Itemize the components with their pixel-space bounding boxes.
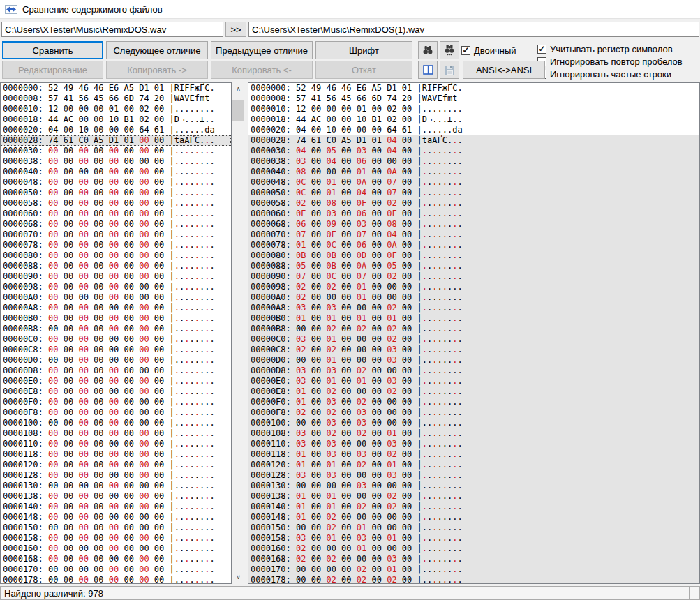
hex-row[interactable]: 00000A0: 00 00 00 00 00 00 00 00 |......… [1, 292, 231, 303]
undo-button[interactable]: Откат [315, 61, 412, 79]
hex-row[interactable]: 0000008: 57 41 56 45 66 6D 74 20 |WAVEfm… [1, 93, 231, 104]
hex-row[interactable]: 0000030: 00 00 00 00 00 00 00 00 |......… [1, 146, 231, 156]
hex-row[interactable]: 0000058: 00 00 00 00 00 00 00 00 |......… [1, 198, 231, 209]
hex-row[interactable]: 0000128: 00 00 00 00 00 00 00 00 |......… [1, 470, 231, 481]
hex-row[interactable]: 0000078: 00 00 00 00 00 00 00 00 |......… [1, 240, 231, 250]
hex-row[interactable]: 0000018: 44 AC 00 00 10 B1 02 00 |D¬...±… [248, 114, 699, 125]
hex-row[interactable]: 0000090: 07 00 0C 00 07 00 02 00 |......… [248, 271, 699, 282]
hex-row[interactable]: 00000C8: 00 00 00 00 00 00 00 00 |......… [1, 345, 231, 355]
case-sensitive-checkbox-box[interactable]: ✓ [537, 45, 546, 54]
hex-row[interactable]: 0000098: 00 00 00 00 00 00 00 00 |......… [1, 282, 231, 292]
hex-row[interactable]: 0000080: 0B 00 0B 00 0D 00 0F 00 |......… [248, 250, 699, 261]
hex-row[interactable]: 0000060: 00 00 00 00 00 00 00 00 |......… [1, 209, 231, 219]
hex-row[interactable]: 0000160: 02 00 00 00 01 00 00 00 |......… [248, 543, 699, 554]
hex-row[interactable]: 0000068: 06 00 09 00 03 00 08 00 |......… [248, 219, 699, 230]
hex-row[interactable]: 00000E0: 00 00 00 00 00 00 00 00 |......… [1, 376, 231, 387]
hex-row[interactable]: 00000E8: 01 00 02 00 00 00 02 00 |......… [248, 387, 699, 397]
hex-row[interactable]: 0000010: 12 00 00 00 01 00 02 00 |......… [248, 104, 699, 114]
hex-row[interactable]: 0000088: 00 00 00 00 00 00 00 00 |......… [1, 261, 231, 271]
next-difference-button[interactable]: Следующее отличие [106, 41, 208, 59]
hex-row[interactable]: 0000088: 05 00 0B 00 0A 00 05 00 |......… [248, 261, 699, 271]
ignore-frequent-lines-checkbox[interactable]: Игнорировать частые строки [537, 68, 671, 80]
hex-row[interactable]: 0000010: 12 00 00 00 01 00 02 00 |......… [1, 104, 231, 114]
hex-row[interactable]: 0000178: 00 00 02 00 02 00 02 00 |......… [248, 575, 699, 584]
hex-row[interactable]: 0000090: 00 00 00 00 00 00 00 00 |......… [1, 271, 231, 282]
hex-row[interactable]: 00000C0: 00 00 00 00 00 00 00 00 |......… [1, 334, 231, 345]
hex-row[interactable]: 0000160: 00 00 00 00 00 00 00 00 |......… [1, 543, 231, 554]
left-file-path-input[interactable] [1, 22, 223, 37]
hex-row[interactable]: 0000038: 03 00 04 00 06 00 00 00 |......… [248, 156, 699, 167]
hex-row[interactable]: 00000B8: 00 00 00 00 00 00 00 00 |......… [1, 324, 231, 334]
save-button[interactable] [440, 61, 459, 79]
hex-row[interactable]: 00000B0: 01 00 01 00 01 00 01 00 |......… [248, 313, 699, 324]
hex-row[interactable]: 00000F0: 00 00 00 00 00 00 00 00 |......… [1, 397, 231, 407]
hex-row[interactable]: 00000C8: 02 00 02 00 00 00 03 00 |......… [248, 345, 699, 355]
ignore-repeated-spaces-checkbox[interactable]: Игнорировать повтор пробелов [537, 56, 683, 67]
hex-row[interactable]: 0000140: 00 00 00 00 00 00 00 00 |......… [1, 502, 231, 512]
hex-row[interactable]: 0000130: 00 00 00 00 03 00 00 00 |......… [248, 481, 699, 491]
hex-row[interactable]: 00000D0: 00 00 01 00 00 00 03 00 |......… [248, 355, 699, 366]
right-hex-panel[interactable]: 0000000: 52 49 46 46 E6 A5 D1 01 |RIFFжҐ… [248, 82, 700, 584]
hex-row[interactable]: 0000168: 02 00 02 00 00 00 03 00 |......… [248, 554, 699, 564]
edit-button[interactable]: Редактирование [2, 61, 103, 79]
binary-checkbox[interactable]: ✓ Двоичный [461, 45, 516, 56]
right-file-path-input[interactable] [248, 22, 699, 37]
previous-difference-button[interactable]: Предыдущее отличие [211, 41, 313, 59]
hex-row[interactable]: 0000118: 01 00 03 00 03 00 02 00 |......… [248, 449, 699, 460]
hex-row[interactable]: 00000A8: 03 00 03 00 00 00 02 00 |......… [248, 303, 699, 313]
hex-row[interactable]: 0000158: 00 00 00 00 00 00 00 00 |......… [1, 533, 231, 543]
hex-row[interactable]: 00000B0: 00 00 00 00 00 00 00 00 |......… [1, 313, 231, 324]
copy-left-button[interactable]: Копировать <- [211, 61, 313, 79]
scrollbar-thumb[interactable] [232, 100, 244, 121]
find-next-button[interactable] [440, 41, 459, 59]
hex-row[interactable]: 0000108: 03 00 02 00 02 00 01 00 |......… [248, 428, 699, 439]
hex-row[interactable]: 0000040: 00 00 00 00 00 00 00 00 |......… [1, 167, 231, 177]
copy-right-button[interactable]: Копировать -> [106, 61, 208, 79]
hex-row[interactable]: 0000118: 00 00 00 00 00 00 00 00 |......… [1, 449, 231, 460]
hex-row[interactable]: 0000168: 00 00 00 00 00 00 00 00 |......… [1, 554, 231, 564]
hex-row[interactable]: 0000170: 00 00 00 00 02 00 01 00 |......… [248, 564, 699, 575]
hex-row[interactable]: 0000000: 52 49 46 46 E6 A5 D1 01 |RIFFжҐ… [1, 83, 231, 93]
hex-row[interactable]: 0000040: 08 00 00 00 01 00 0A 00 |......… [248, 167, 699, 177]
binary-checkbox-box[interactable]: ✓ [461, 46, 470, 55]
hex-row[interactable]: 0000138: 01 00 01 00 00 00 02 00 |......… [248, 491, 699, 502]
hex-row[interactable]: 0000100: 00 00 00 00 00 00 00 00 |......… [1, 418, 231, 428]
hex-row[interactable]: 0000058: 02 00 08 00 0F 00 02 00 |......… [248, 198, 699, 209]
hex-row[interactable]: 00000F8: 00 00 00 00 00 00 00 00 |......… [1, 407, 231, 418]
hex-row[interactable]: 00000F0: 01 00 03 00 02 00 00 00 |......… [248, 397, 699, 407]
split-view-button[interactable] [418, 61, 438, 79]
hex-row[interactable]: 00000A0: 02 00 00 00 01 00 00 00 |......… [248, 292, 699, 303]
hex-row[interactable]: 0000068: 00 00 00 00 00 00 00 00 |......… [1, 219, 231, 230]
hex-row[interactable]: 0000070: 00 00 00 00 00 00 00 00 |......… [1, 230, 231, 240]
hex-row[interactable]: 0000028: 74 61 C0 A5 D1 01 04 00 |taАҐС.… [248, 135, 699, 146]
hex-row[interactable]: 0000120: 00 00 00 00 00 00 00 00 |......… [1, 460, 231, 470]
hex-row[interactable]: 00000A8: 00 00 00 00 00 00 00 00 |......… [1, 303, 231, 313]
scroll-down-arrow-icon[interactable]: ∨ [232, 571, 244, 583]
hex-row[interactable]: 00000E0: 03 00 01 00 01 00 03 00 |......… [248, 376, 699, 387]
find-button[interactable] [418, 41, 438, 59]
hex-row[interactable]: 0000158: 03 00 01 00 03 00 01 00 |......… [248, 533, 699, 543]
hex-row[interactable]: 0000150: 00 00 02 00 01 00 00 00 |......… [248, 523, 699, 533]
hex-row[interactable]: 0000020: 04 00 10 00 00 00 64 61 |......… [248, 125, 699, 135]
hex-row[interactable]: 00000D8: 00 00 00 00 00 00 00 00 |......… [1, 366, 231, 376]
hex-row[interactable]: 0000110: 03 00 03 00 00 00 03 00 |......… [248, 439, 699, 449]
compare-button[interactable]: Сравнить [2, 41, 103, 59]
hex-row[interactable]: 0000020: 04 00 10 00 00 00 64 61 |......… [1, 125, 231, 135]
hex-row[interactable]: 0000130: 00 00 00 00 00 00 00 00 |......… [1, 481, 231, 491]
hex-row[interactable]: 0000030: 04 00 05 00 03 00 04 00 |......… [248, 146, 699, 156]
hex-row[interactable]: 0000100: 00 00 03 00 03 00 00 00 |......… [248, 418, 699, 428]
hex-row[interactable]: 00000F8: 02 00 02 00 03 00 00 00 |......… [248, 407, 699, 418]
hex-row-selected[interactable]: 0000028: 74 61 C0 A5 D1 01 00 00 |taАҐС.… [1, 135, 231, 146]
hex-row[interactable]: 0000108: 00 00 00 00 00 00 00 00 |......… [1, 428, 231, 439]
hex-row[interactable]: 0000170: 00 00 00 00 00 00 00 00 |......… [1, 564, 231, 575]
hex-row[interactable]: 0000150: 00 00 00 00 00 00 00 00 |......… [1, 523, 231, 533]
hex-row[interactable]: 0000140: 01 00 01 00 02 00 02 00 |......… [248, 502, 699, 512]
hex-row[interactable]: 0000110: 00 00 00 00 00 00 00 00 |......… [1, 439, 231, 449]
hex-row[interactable]: 00000E8: 00 00 00 00 00 00 00 00 |......… [1, 387, 231, 397]
swap-paths-button[interactable]: >> [225, 22, 246, 37]
hex-row[interactable]: 0000018: 44 AC 00 00 10 B1 02 00 |D¬...±… [1, 114, 231, 125]
shared-scrollbar[interactable]: ∧ ∨ [232, 83, 244, 583]
hex-row[interactable]: 0000048: 0C 00 01 00 0A 00 07 00 |......… [248, 177, 699, 188]
hex-row[interactable]: 00000C0: 03 00 01 00 00 00 02 00 |......… [248, 334, 699, 345]
hex-row[interactable]: 0000098: 02 00 02 00 01 00 00 00 |......… [248, 282, 699, 292]
